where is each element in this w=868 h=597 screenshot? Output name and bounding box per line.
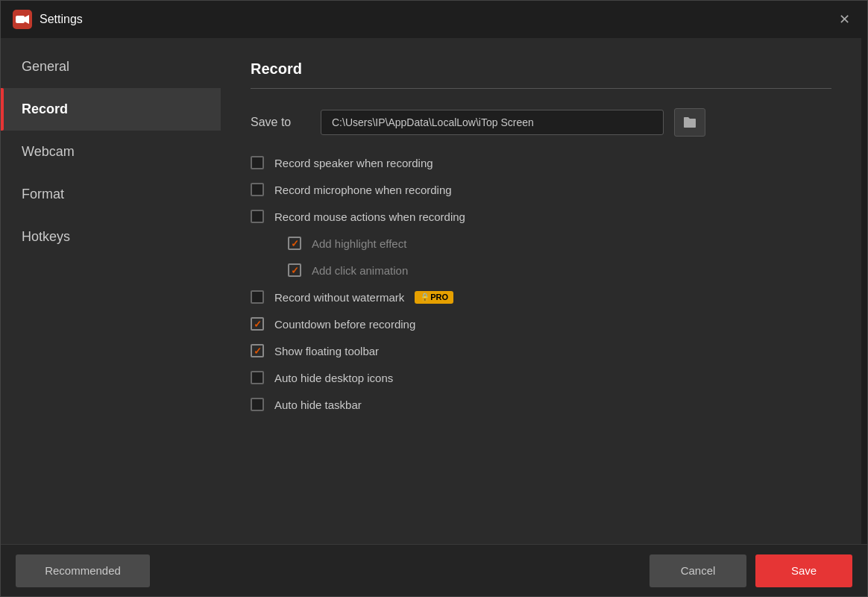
checkbox-record-speaker[interactable]	[251, 156, 264, 169]
save-to-row: Save to	[251, 108, 831, 137]
checkbox-label-watermark: Record without watermark	[274, 291, 404, 304]
content-area: Record Save to Record speaker when recor…	[221, 38, 861, 544]
checkbox-label-countdown: Countdown before recording	[274, 318, 415, 331]
checkbox-hide-icons[interactable]	[251, 371, 264, 384]
save-to-label: Save to	[251, 116, 310, 129]
checkbox-label-click-anim: Add click animation	[312, 264, 408, 277]
pro-badge: 🔒PRO	[415, 291, 453, 304]
sidebar-item-record[interactable]: Record	[1, 88, 221, 131]
checkbox-row-record-mic: Record microphone when recording	[251, 183, 831, 196]
checkbox-click-animation[interactable]	[288, 263, 301, 277]
main-content: General Record Webcam Format Hotkeys Rec…	[1, 38, 867, 544]
checkbox-record-mic[interactable]	[251, 183, 264, 196]
checkbox-row-click-anim: Add click animation	[288, 263, 831, 277]
app-icon	[13, 10, 32, 29]
checkbox-label-record-speaker: Record speaker when recording	[274, 157, 433, 169]
checkbox-label-record-mouse: Record mouse actions when recording	[274, 210, 465, 223]
sidebar-item-label-record: Record	[22, 101, 68, 116]
checkbox-label-record-mic: Record microphone when recording	[274, 184, 452, 196]
browse-folder-button[interactable]	[674, 108, 705, 137]
checkbox-row-hide-taskbar: Auto hide taskbar	[251, 398, 831, 411]
checkbox-label-hide-taskbar: Auto hide taskbar	[274, 398, 362, 411]
scrollbar-track[interactable]	[861, 38, 867, 544]
titlebar-title: Settings	[40, 13, 83, 26]
save-path-input[interactable]	[321, 110, 664, 135]
checkbox-floating-toolbar[interactable]	[251, 344, 264, 357]
sidebar-item-label-hotkeys: Hotkeys	[22, 229, 70, 244]
close-button[interactable]: ✕	[833, 8, 855, 31]
sidebar-item-label-format: Format	[22, 187, 64, 201]
settings-dialog: Settings ✕ General Record Webcam Format …	[0, 0, 868, 597]
checkbox-row-record-speaker: Record speaker when recording	[251, 156, 831, 169]
checkbox-row-hide-icons: Auto hide desktop icons	[251, 371, 831, 384]
section-title: Record	[251, 60, 831, 89]
sidebar-item-hotkeys[interactable]: Hotkeys	[1, 216, 221, 258]
footer: Recommended Cancel Save	[1, 544, 867, 596]
recommended-button[interactable]: Recommended	[16, 554, 150, 587]
checkbox-record-mouse[interactable]	[251, 210, 264, 223]
svg-rect-1	[16, 16, 25, 23]
sidebar-item-label-general: General	[22, 59, 69, 74]
cancel-button[interactable]: Cancel	[650, 554, 746, 587]
checkbox-label-highlight: Add highlight effect	[312, 237, 406, 250]
checkbox-row-highlight: Add highlight effect	[288, 237, 831, 250]
sidebar-item-webcam[interactable]: Webcam	[1, 131, 221, 173]
folder-icon	[682, 116, 697, 129]
checkbox-highlight-effect[interactable]	[288, 237, 301, 250]
checkbox-row-toolbar: Show floating toolbar	[251, 344, 831, 357]
checkbox-row-record-mouse: Record mouse actions when recording	[251, 210, 831, 223]
sidebar-item-label-webcam: Webcam	[22, 144, 75, 159]
checkbox-label-toolbar: Show floating toolbar	[274, 345, 379, 357]
titlebar: Settings ✕	[1, 1, 867, 38]
sidebar: General Record Webcam Format Hotkeys	[1, 38, 221, 544]
checkbox-row-countdown: Countdown before recording	[251, 317, 831, 331]
checkbox-label-hide-icons: Auto hide desktop icons	[274, 372, 393, 384]
checkbox-watermark[interactable]	[251, 290, 264, 304]
sidebar-item-format[interactable]: Format	[1, 173, 221, 216]
sidebar-item-general[interactable]: General	[1, 46, 221, 88]
titlebar-left: Settings	[13, 10, 83, 29]
checkbox-hide-taskbar[interactable]	[251, 398, 264, 411]
save-button[interactable]: Save	[755, 554, 852, 587]
checkbox-countdown[interactable]	[251, 317, 264, 331]
checkbox-row-watermark: Record without watermark 🔒PRO	[251, 290, 831, 304]
